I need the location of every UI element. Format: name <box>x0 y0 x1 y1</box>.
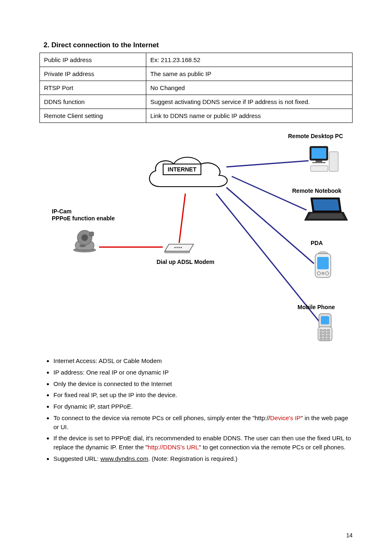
desktop-pc-icon <box>307 144 339 177</box>
ipcam-label-1: IP-Cam <box>52 208 71 215</box>
red-text: Device's IP <box>270 414 301 421</box>
svg-rect-20 <box>312 162 325 163</box>
bullet-text: . (Note: Registration is required.) <box>148 455 238 462</box>
list-item: For dynamic IP, start PPPoE. <box>53 402 353 411</box>
table-cell: The same as public IP <box>146 67 352 81</box>
table-cell: Suggest activating DDNS service if IP ad… <box>146 95 352 109</box>
list-item: To connect to the device via remote PCs … <box>53 414 353 432</box>
svg-rect-38 <box>320 335 323 337</box>
svg-rect-33 <box>323 329 326 331</box>
modem-icon <box>163 241 196 253</box>
mobile-phone-icon <box>315 313 335 342</box>
svg-rect-25 <box>317 257 329 269</box>
table-cell: Public IP address <box>40 53 146 67</box>
svg-rect-43 <box>327 338 330 340</box>
table-row: Private IP address The same as public IP <box>40 67 353 81</box>
table-cell: Private IP address <box>40 67 146 81</box>
svg-point-10 <box>181 247 182 248</box>
bullet-text: Suggested URL: <box>53 455 100 462</box>
svg-point-14 <box>81 234 88 241</box>
svg-rect-21 <box>329 152 338 171</box>
ddns-link[interactable]: www.dyndns.com <box>100 455 148 462</box>
modem-label: Dial up ADSL Modem <box>157 259 214 265</box>
pda-icon <box>313 251 333 280</box>
svg-rect-32 <box>320 329 323 331</box>
remote-notebook-label: Remote Notebook <box>292 187 341 194</box>
bullet-text: " to get connection via the remote PCs o… <box>199 444 346 451</box>
svg-line-4 <box>226 187 314 264</box>
svg-rect-40 <box>327 335 330 337</box>
bullet-list: Internet Access: ADSL or Cable Modem IP … <box>53 356 353 463</box>
svg-rect-19 <box>316 160 322 162</box>
table-cell: RTSP Port <box>40 81 146 95</box>
page-number: 14 <box>346 532 353 539</box>
svg-point-7 <box>175 247 176 248</box>
svg-rect-6 <box>165 251 189 253</box>
table-cell: No Changed <box>146 81 352 95</box>
table-row: Public IP address Ex: 211.23.168.52 <box>40 53 353 67</box>
svg-line-2 <box>226 161 309 167</box>
table-row: DDNS function Suggest activating DDNS se… <box>40 95 353 109</box>
pda-label: PDA <box>311 240 323 246</box>
svg-point-28 <box>322 272 324 275</box>
svg-line-0 <box>179 194 185 243</box>
table-row: RTSP Port No Changed <box>40 81 353 95</box>
list-item: Only the device is connected to the Inte… <box>53 379 353 388</box>
svg-rect-42 <box>323 338 326 340</box>
list-item: If the device is set to PPPoE dial, it's… <box>53 434 353 452</box>
mobile-phone-label: Mobile Phone <box>297 304 335 310</box>
svg-rect-37 <box>327 332 330 334</box>
ipcam-label-2: PPPoE function enable <box>52 215 115 222</box>
list-item: IP address: One real IP or one dynamic I… <box>53 368 353 377</box>
remote-desktop-label: Remote Desktop PC <box>288 133 343 139</box>
red-text: http://DDNS's URL <box>148 444 199 451</box>
laptop-icon <box>302 196 348 224</box>
svg-rect-18 <box>311 148 326 159</box>
svg-point-9 <box>179 247 180 248</box>
document-page: 2. Direct connection to the Internet Pub… <box>0 0 392 555</box>
svg-rect-39 <box>323 335 326 337</box>
svg-rect-30 <box>321 316 329 324</box>
list-item: Suggested URL: www.dyndns.com. (Note: Re… <box>53 454 353 463</box>
table-cell: DDNS function <box>40 95 146 109</box>
network-diagram: INTERNET Dial up ADSL Modem IP-Cam PPPoE… <box>39 128 353 350</box>
svg-point-16 <box>79 245 86 247</box>
table-cell: Remote Client setting <box>40 109 146 123</box>
svg-rect-41 <box>320 338 323 340</box>
table-cell: Link to DDNS name or public IP address <box>146 109 352 123</box>
svg-point-8 <box>177 247 178 248</box>
bullet-text: To connect to the device via remote PCs … <box>53 414 270 421</box>
table-cell: Ex: 211.23.168.52 <box>146 53 352 67</box>
section-heading: 2. Direct connection to the Internet <box>44 41 353 49</box>
svg-rect-15 <box>90 232 94 236</box>
ip-camera-icon <box>70 229 99 253</box>
svg-rect-36 <box>323 332 326 334</box>
svg-rect-22 <box>311 166 328 171</box>
list-item: For fixed real IP, set up the IP into th… <box>53 391 353 400</box>
svg-rect-34 <box>327 329 330 331</box>
internet-label: INTERNET <box>163 164 201 175</box>
svg-rect-35 <box>320 332 323 334</box>
list-item: Internet Access: ADSL or Cable Modem <box>53 356 353 365</box>
info-table: Public IP address Ex: 211.23.168.52 Priv… <box>39 53 353 123</box>
table-row: Remote Client setting Link to DDNS name … <box>40 109 353 123</box>
